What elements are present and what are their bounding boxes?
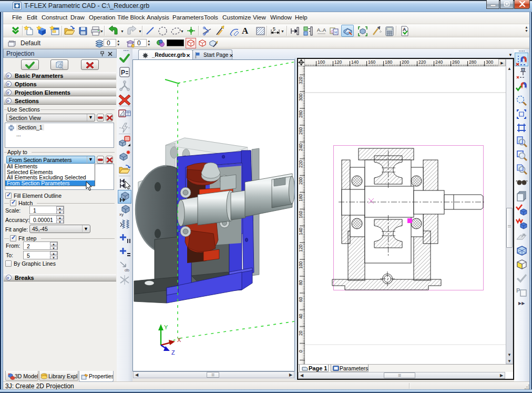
svg-text:120: 120 (298, 245, 303, 252)
svg-text:320: 320 (298, 77, 303, 84)
svg-text:160: 160 (298, 211, 303, 218)
svg-text:140: 140 (351, 59, 359, 65)
svg-text:100: 100 (298, 261, 303, 269)
svg-text:P: P (121, 69, 125, 76)
svg-text:A: A (403, 27, 406, 32)
svg-text:180: 180 (298, 194, 303, 201)
svg-text:C: C (331, 30, 333, 34)
svg-text:180: 180 (385, 59, 392, 65)
svg-text:P: P (516, 287, 520, 294)
svg-text:120: 120 (334, 59, 342, 65)
svg-text:280: 280 (298, 110, 303, 118)
svg-text:260: 260 (452, 59, 459, 65)
svg-text:300: 300 (298, 94, 303, 101)
svg-text:280: 280 (469, 59, 476, 65)
svg-text:140: 140 (298, 228, 303, 235)
svg-text:220: 220 (418, 59, 426, 65)
svg-text:40: 40 (298, 314, 303, 319)
svg-text:xy: xy (119, 212, 124, 217)
svg-text:20: 20 (298, 330, 303, 336)
svg-text:Z: Z (171, 349, 175, 356)
svg-text:Y: Y (164, 324, 168, 330)
svg-text:160: 160 (368, 59, 375, 65)
svg-text:200: 200 (298, 177, 303, 185)
svg-text:220: 220 (298, 160, 303, 168)
svg-text:0: 0 (298, 350, 303, 352)
svg-text:A..A: A..A (317, 27, 326, 33)
svg-text:100: 100 (318, 59, 325, 65)
svg-text:60: 60 (298, 297, 303, 302)
svg-text:H: H (334, 31, 337, 34)
svg-text:X: X (177, 337, 181, 343)
svg-text:80: 80 (298, 280, 303, 285)
svg-text:240: 240 (298, 144, 303, 151)
svg-text:5: 5 (273, 26, 275, 32)
svg-text:db: db (125, 268, 129, 273)
svg-text:240: 240 (435, 59, 443, 65)
svg-text:300: 300 (486, 59, 493, 65)
svg-text:260: 260 (298, 127, 303, 135)
svg-text:200: 200 (402, 59, 409, 65)
